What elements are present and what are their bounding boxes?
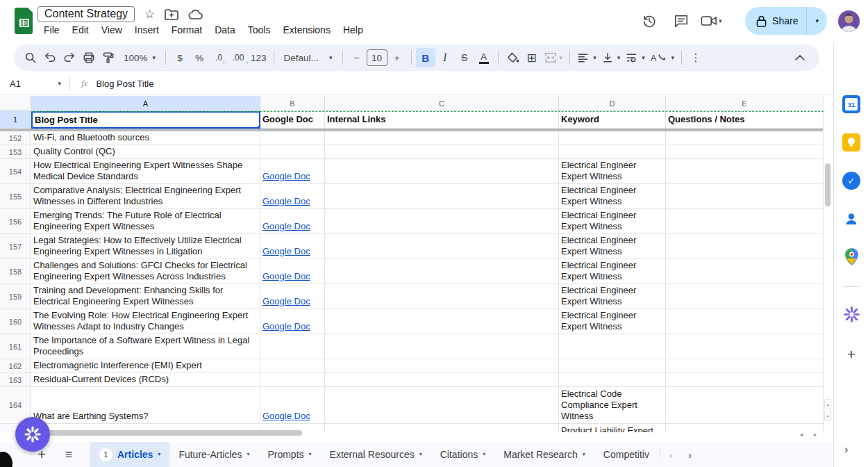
addon-sparkle-icon[interactable] [842,305,860,323]
row-header[interactable]: 157 [0,234,31,259]
scroll-left-button[interactable]: ◂ [800,432,803,438]
sheet-tab-citations[interactable]: Citations▾ [431,442,494,467]
cell[interactable] [666,309,824,334]
row-header[interactable]: 1 [0,111,31,129]
menu-help[interactable]: Help [338,23,368,37]
cell[interactable]: Google Doc [260,234,325,259]
cell[interactable]: The Importance of a Software Expert Witn… [31,334,260,359]
cell[interactable]: Google Doc [260,184,325,209]
vertical-scrollbar-thumb[interactable] [825,163,831,206]
cell[interactable]: Electrical Engineer Expert Witness [559,234,666,259]
column-header-D[interactable]: D [559,96,666,111]
cell[interactable] [666,334,824,359]
formula-input[interactable]: Blog Post Title [96,79,153,89]
row-header[interactable]: 154 [0,159,31,184]
row-header[interactable]: 162 [0,359,31,373]
decrease-font-size-button[interactable]: − [347,48,367,67]
format-percent-button[interactable]: % [190,48,209,67]
cell[interactable]: Keyword [559,111,666,129]
cell[interactable] [325,373,559,387]
all-sheets-menu-button[interactable]: ≡ [57,448,81,462]
cell[interactable]: Legal Strategies: How to Effectively Uti… [31,234,260,259]
tab-caret-icon[interactable]: ▾ [158,452,160,457]
cell[interactable] [559,145,666,159]
cell[interactable] [666,373,824,387]
cell[interactable] [260,359,325,373]
increase-font-size-button[interactable]: + [387,48,407,67]
cell[interactable]: Electrical Code Compliance Expert Witnes… [559,387,666,424]
font-size-input[interactable]: 10 [367,49,387,66]
select-all-corner[interactable] [0,96,31,111]
cell[interactable] [666,145,824,159]
cell[interactable] [325,159,559,184]
row-header[interactable]: 160 [0,309,31,334]
fill-color-button[interactable] [503,48,522,67]
cell[interactable]: Google Doc [260,259,325,284]
row-header[interactable]: 159 [0,284,31,309]
google-doc-link[interactable]: Google Doc [262,411,310,422]
tab-caret-icon[interactable]: ▾ [419,452,422,457]
cell[interactable]: Emerging Trends: The Future Role of Elec… [31,209,260,234]
decrease-decimal-button[interactable]: .0← [209,48,228,67]
bold-button[interactable]: B [416,48,435,67]
search-icon[interactable] [21,48,40,67]
google-doc-link[interactable]: Google Doc [262,296,310,307]
get-addons-button[interactable]: + [842,345,860,363]
menu-extensions[interactable]: Extensions [278,23,335,37]
move-to-folder-icon[interactable] [165,9,178,20]
contacts-icon[interactable] [842,210,860,228]
borders-button[interactable]: ⊞ [522,48,542,67]
sheet-tab-market-research[interactable]: Market Research▾ [494,442,594,467]
cell[interactable]: Wi-Fi, and Bluetooth sources [31,131,260,145]
cell[interactable] [666,259,824,284]
tab-caret-icon[interactable]: ▾ [483,452,485,457]
cell[interactable]: Google Doc [260,309,325,334]
share-dropdown-button[interactable]: ▾ [807,7,827,35]
cell[interactable]: Google Doc [260,111,325,129]
horizontal-align-button[interactable]: ▾ [574,48,599,67]
google-doc-link[interactable]: Google Doc [262,196,310,207]
scroll-down-button[interactable]: ▾ [824,411,831,421]
cell[interactable]: Training and Development: Enhancing Skil… [31,284,260,309]
zoom-control[interactable]: 100%▾ [118,48,161,67]
more-formats-button[interactable]: 123 [248,48,269,67]
column-header-E[interactable]: E [666,96,824,111]
menu-view[interactable]: View [97,23,127,37]
cell[interactable] [666,234,824,259]
italic-button[interactable]: I [435,48,455,67]
cell[interactable]: Electrical Engineer Expert Witness [559,209,666,234]
scroll-right-button[interactable]: ▸ [814,432,817,438]
undo-button[interactable] [40,48,60,67]
cell[interactable] [325,387,559,424]
cell[interactable]: Internal Links [325,111,559,129]
format-currency-button[interactable]: $ [170,48,190,67]
cell[interactable] [666,387,824,424]
side-panel-collapse-icon[interactable]: › [844,443,848,456]
spreadsheet-grid[interactable]: ABCDE 1Blog Post TitleGoogle DocInternal… [0,96,824,432]
document-title[interactable]: Content Strategy [37,6,135,22]
more-toolbar-button[interactable]: ⋮ [686,48,706,67]
tab-caret-icon[interactable]: ▾ [583,452,585,457]
comments-icon[interactable] [669,8,694,33]
menu-edit[interactable]: Edit [67,23,94,37]
cell[interactable]: Blog Post Title [31,111,260,129]
cell[interactable] [666,209,824,234]
cell[interactable] [666,184,824,209]
cell[interactable]: Quality Control (QC) [31,145,260,159]
cell[interactable] [325,145,559,159]
cell[interactable] [325,309,559,334]
google-doc-link[interactable]: Google Doc [262,321,310,332]
fill-handle[interactable] [257,125,260,129]
row-header[interactable]: 153 [0,145,31,159]
cell[interactable] [260,373,325,387]
cell[interactable]: Google Doc [260,159,325,184]
sheet-tab-competitiv[interactable]: Competitiv [594,442,658,467]
menu-insert[interactable]: Insert [130,23,164,37]
cell[interactable] [666,131,824,145]
horizontal-scrollbar-thumb[interactable] [38,430,302,436]
version-history-icon[interactable] [637,8,662,33]
strikethrough-button[interactable]: S [455,48,474,67]
cell[interactable]: Comparative Analysis: Electrical Enginee… [31,184,260,209]
cloud-status-icon[interactable] [188,9,203,20]
cell[interactable]: Residual-Current Devices (RCDs) [31,373,260,387]
